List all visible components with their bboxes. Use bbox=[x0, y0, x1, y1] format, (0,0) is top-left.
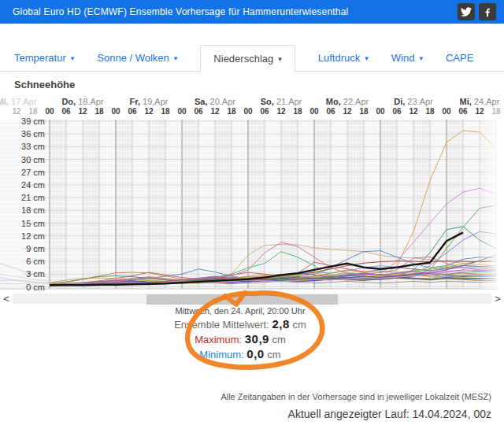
svg-text:00: 00 bbox=[177, 107, 187, 116]
svg-text:18: 18 bbox=[293, 107, 302, 116]
svg-text:06: 06 bbox=[128, 107, 137, 116]
tab-niederschlag[interactable]: Niederschlag ▾ bbox=[200, 45, 295, 72]
svg-text:18: 18 bbox=[28, 107, 38, 116]
svg-text:24 cm: 24 cm bbox=[21, 180, 45, 190]
svg-text:Do, 18.Apr: Do, 18.Apr bbox=[61, 98, 104, 106]
tab-temperatur[interactable]: Temperatur ▾ bbox=[14, 44, 74, 71]
scroll-left-button[interactable]: < bbox=[0, 293, 13, 305]
svg-text:12: 12 bbox=[276, 107, 286, 116]
svg-text:06: 06 bbox=[326, 107, 335, 116]
ensemble-chart[interactable]: 39 cm36 cm33 cm30 cm27 cm24 cm21 cm18 cm… bbox=[0, 98, 504, 291]
svg-text:27 cm: 27 cm bbox=[21, 168, 45, 177]
chevron-down-icon: ▾ bbox=[71, 53, 75, 62]
svg-text:36 cm: 36 cm bbox=[21, 129, 45, 139]
chevron-down-icon: ▾ bbox=[365, 53, 369, 62]
chevron-down-icon: ▾ bbox=[174, 53, 178, 62]
tooltip-mean-row: Ensemble Mittelwert: 2,8 cm bbox=[114, 318, 366, 331]
page: Global Euro HD (ECMWF) Ensemble Vorhersa… bbox=[0, 0, 504, 425]
svg-text:18: 18 bbox=[94, 107, 104, 116]
tooltip-min-row: Minimum: 0,0 cm bbox=[114, 348, 366, 361]
twitter-button[interactable] bbox=[458, 3, 475, 20]
tab-sonne-wolken[interactable]: Sonne / Wolken ▾ bbox=[97, 44, 177, 71]
header: Global Euro HD (ECMWF) Ensemble Vorhersa… bbox=[0, 0, 504, 24]
svg-text:18: 18 bbox=[161, 107, 170, 116]
svg-text:9 cm: 9 cm bbox=[26, 244, 45, 253]
svg-text:18: 18 bbox=[227, 107, 236, 116]
svg-text:06: 06 bbox=[392, 107, 402, 116]
tooltip: Mittwoch, den 24. April, 20:00 Uhr Ensem… bbox=[114, 306, 366, 361]
max-label: Maximum: bbox=[195, 334, 242, 346]
svg-text:3 cm: 3 cm bbox=[26, 269, 45, 279]
facebook-button[interactable] bbox=[479, 3, 496, 20]
svg-text:12: 12 bbox=[343, 107, 352, 116]
tab-cape[interactable]: CAPE bbox=[446, 44, 473, 71]
twitter-icon bbox=[461, 6, 472, 17]
time-scrollbar: < > bbox=[0, 293, 504, 305]
svg-text:12: 12 bbox=[78, 107, 87, 116]
min-value: 0,0 bbox=[246, 347, 264, 360]
chevron-down-icon: ▾ bbox=[278, 54, 282, 63]
svg-text:06: 06 bbox=[61, 107, 71, 116]
svg-text:21 cm: 21 cm bbox=[21, 193, 45, 202]
svg-text:6 cm: 6 cm bbox=[26, 257, 45, 266]
tab-bar: Temperatur ▾ Sonne / Wolken ▾ Niederschl… bbox=[0, 44, 504, 72]
scroll-right-button[interactable]: > bbox=[491, 293, 504, 305]
day-labels: Mi, 17.AprDo, 18.AprFr, 19.AprSa, 20.Apr… bbox=[0, 98, 500, 106]
tab-wind[interactable]: Wind ▾ bbox=[391, 44, 423, 71]
model-run-label: Aktuell angezeigter Lauf: 14.04.2024, 00… bbox=[288, 408, 491, 420]
chevron-down-icon: ▾ bbox=[419, 53, 423, 62]
svg-text:Mi, 17.Apr: Mi, 17.Apr bbox=[0, 98, 37, 106]
tooltip-datetime: Mittwoch, den 24. April, 20:00 Uhr bbox=[114, 306, 366, 316]
svg-text:06: 06 bbox=[194, 107, 203, 116]
svg-text:Fr, 19.Apr: Fr, 19.Apr bbox=[130, 98, 169, 106]
tab-luftdruck[interactable]: Luftdruck ▾ bbox=[318, 44, 369, 71]
svg-text:Mi, 24.Apr: Mi, 24.Apr bbox=[460, 98, 500, 106]
tooltip-max-row: Maximum: 30,9 cm bbox=[114, 333, 366, 346]
svg-text:18: 18 bbox=[491, 107, 501, 116]
svg-text:18: 18 bbox=[425, 107, 435, 116]
svg-text:00: 00 bbox=[442, 107, 451, 116]
svg-text:12: 12 bbox=[12, 107, 21, 116]
svg-text:00: 00 bbox=[45, 107, 54, 116]
social-buttons bbox=[458, 3, 496, 20]
min-label: Minimum: bbox=[199, 349, 243, 360]
svg-text:00: 00 bbox=[309, 107, 319, 116]
facebook-icon bbox=[482, 6, 493, 17]
max-value: 30,9 bbox=[245, 332, 269, 346]
svg-text:30 cm: 30 cm bbox=[21, 155, 45, 164]
svg-text:00: 00 bbox=[376, 107, 385, 116]
timezone-note: Alle Zeitangaben in der Vorhersage sind … bbox=[220, 392, 491, 401]
svg-text:Di, 23.Apr: Di, 23.Apr bbox=[394, 98, 433, 106]
svg-text:33 cm: 33 cm bbox=[21, 142, 45, 151]
svg-text:06: 06 bbox=[260, 107, 269, 116]
svg-text:0 cm: 0 cm bbox=[26, 283, 45, 292]
svg-text:12: 12 bbox=[475, 107, 484, 116]
svg-text:39 cm: 39 cm bbox=[21, 116, 45, 126]
svg-text:06: 06 bbox=[458, 107, 468, 116]
section-title: Schneehöhe bbox=[14, 79, 75, 91]
scrollbar-thumb[interactable] bbox=[146, 294, 338, 305]
svg-text:15 cm: 15 cm bbox=[21, 219, 45, 228]
svg-text:Mo, 22.Apr: Mo, 22.Apr bbox=[326, 98, 369, 106]
svg-text:12: 12 bbox=[210, 107, 220, 116]
scrollbar-track[interactable] bbox=[13, 294, 491, 304]
hour-tick-labels: 1218000612180006121800061218000612180006… bbox=[12, 107, 501, 116]
svg-text:12: 12 bbox=[144, 107, 154, 116]
svg-text:18: 18 bbox=[359, 107, 369, 116]
svg-text:Sa, 20.Apr: Sa, 20.Apr bbox=[195, 98, 235, 106]
svg-text:12: 12 bbox=[409, 107, 418, 116]
svg-text:00: 00 bbox=[243, 107, 253, 116]
svg-text:00: 00 bbox=[111, 107, 120, 116]
svg-text:So, 21.Apr: So, 21.Apr bbox=[261, 98, 302, 106]
svg-text:18 cm: 18 cm bbox=[21, 205, 45, 215]
mean-value: 2,8 bbox=[272, 317, 289, 331]
svg-text:12 cm: 12 cm bbox=[21, 231, 45, 241]
mean-label: Ensemble Mittelwert: bbox=[174, 319, 269, 331]
page-title: Global Euro HD (ECMWF) Ensemble Vorhersa… bbox=[13, 6, 348, 17]
